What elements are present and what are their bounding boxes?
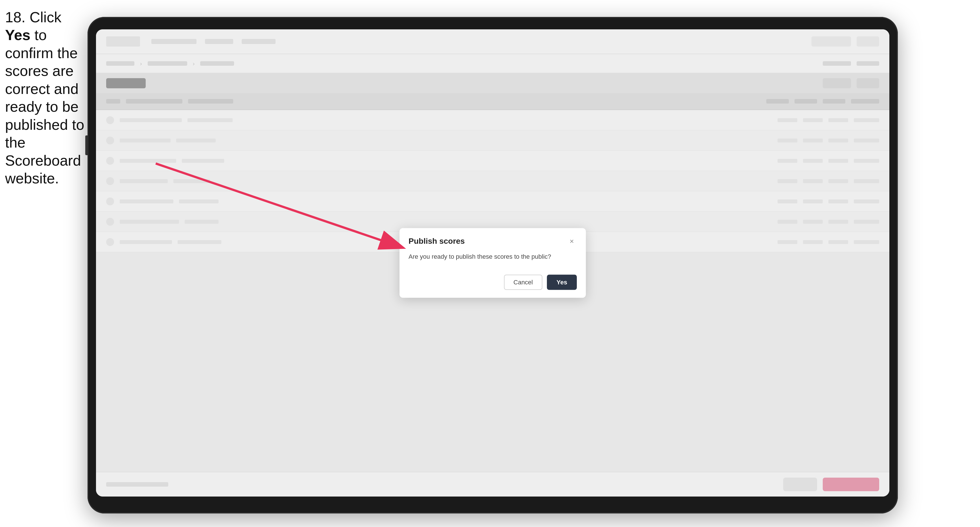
tablet-screen: › › (96, 29, 889, 497)
tablet-wrapper: › › (88, 17, 898, 513)
modal-close-button[interactable]: × (566, 236, 577, 246)
step-number: 18. (5, 9, 25, 25)
modal-message: Are you ready to publish these scores to… (409, 252, 577, 261)
modal-header: Publish scores × (399, 228, 586, 252)
modal-title: Publish scores (409, 237, 465, 246)
yes-button[interactable]: Yes (547, 275, 577, 290)
instruction-text: 18. Click Yes to confirm the scores are … (5, 8, 87, 187)
publish-scores-modal: Publish scores × Are you ready to publis… (399, 228, 586, 298)
close-icon: × (570, 237, 574, 246)
instruction-bold: Yes (5, 27, 30, 43)
modal-footer: Cancel Yes (399, 269, 586, 298)
app-container: › › (96, 29, 889, 497)
modal-body: Are you ready to publish these scores to… (399, 252, 586, 269)
cancel-button[interactable]: Cancel (504, 275, 542, 290)
tablet-device: › › (88, 17, 898, 513)
